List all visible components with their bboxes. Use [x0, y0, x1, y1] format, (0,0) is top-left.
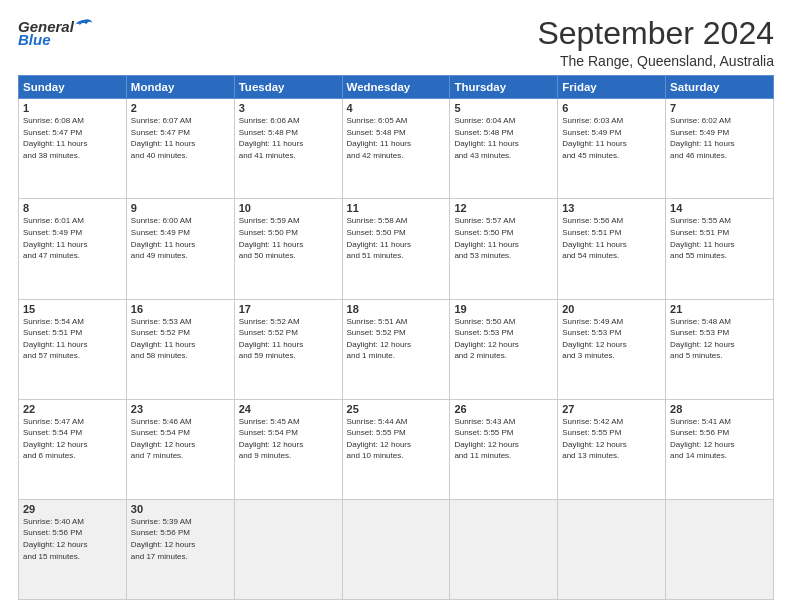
- table-row: 1Sunrise: 6:08 AM Sunset: 5:47 PM Daylig…: [19, 99, 127, 199]
- day-info: Sunrise: 6:02 AM Sunset: 5:49 PM Dayligh…: [670, 115, 769, 161]
- day-info: Sunrise: 5:46 AM Sunset: 5:54 PM Dayligh…: [131, 416, 230, 462]
- table-row: 22Sunrise: 5:47 AM Sunset: 5:54 PM Dayli…: [19, 399, 127, 499]
- day-number: 17: [239, 303, 338, 315]
- day-number: 20: [562, 303, 661, 315]
- table-row: 7Sunrise: 6:02 AM Sunset: 5:49 PM Daylig…: [666, 99, 774, 199]
- table-row: 19Sunrise: 5:50 AM Sunset: 5:53 PM Dayli…: [450, 299, 558, 399]
- table-row: 30Sunrise: 5:39 AM Sunset: 5:56 PM Dayli…: [126, 499, 234, 599]
- day-info: Sunrise: 5:42 AM Sunset: 5:55 PM Dayligh…: [562, 416, 661, 462]
- day-number: 28: [670, 403, 769, 415]
- day-info: Sunrise: 6:07 AM Sunset: 5:47 PM Dayligh…: [131, 115, 230, 161]
- day-number: 9: [131, 202, 230, 214]
- day-number: 13: [562, 202, 661, 214]
- day-info: Sunrise: 6:03 AM Sunset: 5:49 PM Dayligh…: [562, 115, 661, 161]
- calendar-week-row: 29Sunrise: 5:40 AM Sunset: 5:56 PM Dayli…: [19, 499, 774, 599]
- day-number: 22: [23, 403, 122, 415]
- day-number: 14: [670, 202, 769, 214]
- table-row: 17Sunrise: 5:52 AM Sunset: 5:52 PM Dayli…: [234, 299, 342, 399]
- header-monday: Monday: [126, 76, 234, 99]
- table-row: 12Sunrise: 5:57 AM Sunset: 5:50 PM Dayli…: [450, 199, 558, 299]
- header-saturday: Saturday: [666, 76, 774, 99]
- day-info: Sunrise: 5:48 AM Sunset: 5:53 PM Dayligh…: [670, 316, 769, 362]
- location-title: The Range, Queensland, Australia: [537, 53, 774, 69]
- day-info: Sunrise: 5:50 AM Sunset: 5:53 PM Dayligh…: [454, 316, 553, 362]
- day-number: 11: [347, 202, 446, 214]
- day-number: 16: [131, 303, 230, 315]
- day-number: 4: [347, 102, 446, 114]
- day-number: 2: [131, 102, 230, 114]
- day-number: 6: [562, 102, 661, 114]
- day-info: Sunrise: 5:43 AM Sunset: 5:55 PM Dayligh…: [454, 416, 553, 462]
- day-number: 29: [23, 503, 122, 515]
- day-info: Sunrise: 5:45 AM Sunset: 5:54 PM Dayligh…: [239, 416, 338, 462]
- table-row: [234, 499, 342, 599]
- calendar-week-row: 1Sunrise: 6:08 AM Sunset: 5:47 PM Daylig…: [19, 99, 774, 199]
- logo-bird-icon: [75, 18, 93, 32]
- table-row: [666, 499, 774, 599]
- day-info: Sunrise: 5:58 AM Sunset: 5:50 PM Dayligh…: [347, 215, 446, 261]
- table-row: 26Sunrise: 5:43 AM Sunset: 5:55 PM Dayli…: [450, 399, 558, 499]
- calendar-week-row: 8Sunrise: 6:01 AM Sunset: 5:49 PM Daylig…: [19, 199, 774, 299]
- table-row: 18Sunrise: 5:51 AM Sunset: 5:52 PM Dayli…: [342, 299, 450, 399]
- table-row: [450, 499, 558, 599]
- table-row: 3Sunrise: 6:06 AM Sunset: 5:48 PM Daylig…: [234, 99, 342, 199]
- table-row: 23Sunrise: 5:46 AM Sunset: 5:54 PM Dayli…: [126, 399, 234, 499]
- calendar-body: 1Sunrise: 6:08 AM Sunset: 5:47 PM Daylig…: [19, 99, 774, 600]
- table-row: 11Sunrise: 5:58 AM Sunset: 5:50 PM Dayli…: [342, 199, 450, 299]
- calendar-table: Sunday Monday Tuesday Wednesday Thursday…: [18, 75, 774, 600]
- header: General Blue September 2024 The Range, Q…: [18, 16, 774, 69]
- day-info: Sunrise: 5:41 AM Sunset: 5:56 PM Dayligh…: [670, 416, 769, 462]
- day-number: 27: [562, 403, 661, 415]
- day-number: 10: [239, 202, 338, 214]
- table-row: 16Sunrise: 5:53 AM Sunset: 5:52 PM Dayli…: [126, 299, 234, 399]
- day-number: 18: [347, 303, 446, 315]
- day-number: 23: [131, 403, 230, 415]
- day-number: 8: [23, 202, 122, 214]
- day-number: 24: [239, 403, 338, 415]
- day-info: Sunrise: 5:47 AM Sunset: 5:54 PM Dayligh…: [23, 416, 122, 462]
- day-info: Sunrise: 6:00 AM Sunset: 5:49 PM Dayligh…: [131, 215, 230, 261]
- day-number: 3: [239, 102, 338, 114]
- calendar-week-row: 15Sunrise: 5:54 AM Sunset: 5:51 PM Dayli…: [19, 299, 774, 399]
- table-row: [558, 499, 666, 599]
- day-number: 30: [131, 503, 230, 515]
- day-number: 25: [347, 403, 446, 415]
- table-row: 8Sunrise: 6:01 AM Sunset: 5:49 PM Daylig…: [19, 199, 127, 299]
- header-thursday: Thursday: [450, 76, 558, 99]
- header-wednesday: Wednesday: [342, 76, 450, 99]
- table-row: 15Sunrise: 5:54 AM Sunset: 5:51 PM Dayli…: [19, 299, 127, 399]
- header-friday: Friday: [558, 76, 666, 99]
- table-row: 24Sunrise: 5:45 AM Sunset: 5:54 PM Dayli…: [234, 399, 342, 499]
- table-row: 2Sunrise: 6:07 AM Sunset: 5:47 PM Daylig…: [126, 99, 234, 199]
- title-area: September 2024 The Range, Queensland, Au…: [537, 16, 774, 69]
- day-info: Sunrise: 5:49 AM Sunset: 5:53 PM Dayligh…: [562, 316, 661, 362]
- table-row: 28Sunrise: 5:41 AM Sunset: 5:56 PM Dayli…: [666, 399, 774, 499]
- table-row: 6Sunrise: 6:03 AM Sunset: 5:49 PM Daylig…: [558, 99, 666, 199]
- table-row: 20Sunrise: 5:49 AM Sunset: 5:53 PM Dayli…: [558, 299, 666, 399]
- day-info: Sunrise: 5:39 AM Sunset: 5:56 PM Dayligh…: [131, 516, 230, 562]
- day-number: 15: [23, 303, 122, 315]
- table-row: 4Sunrise: 6:05 AM Sunset: 5:48 PM Daylig…: [342, 99, 450, 199]
- table-row: 13Sunrise: 5:56 AM Sunset: 5:51 PM Dayli…: [558, 199, 666, 299]
- day-info: Sunrise: 5:57 AM Sunset: 5:50 PM Dayligh…: [454, 215, 553, 261]
- table-row: [342, 499, 450, 599]
- day-number: 5: [454, 102, 553, 114]
- day-info: Sunrise: 5:51 AM Sunset: 5:52 PM Dayligh…: [347, 316, 446, 362]
- day-number: 19: [454, 303, 553, 315]
- table-row: 9Sunrise: 6:00 AM Sunset: 5:49 PM Daylig…: [126, 199, 234, 299]
- table-row: 25Sunrise: 5:44 AM Sunset: 5:55 PM Dayli…: [342, 399, 450, 499]
- header-tuesday: Tuesday: [234, 76, 342, 99]
- day-number: 12: [454, 202, 553, 214]
- day-info: Sunrise: 6:08 AM Sunset: 5:47 PM Dayligh…: [23, 115, 122, 161]
- day-info: Sunrise: 6:06 AM Sunset: 5:48 PM Dayligh…: [239, 115, 338, 161]
- calendar-week-row: 22Sunrise: 5:47 AM Sunset: 5:54 PM Dayli…: [19, 399, 774, 499]
- day-info: Sunrise: 5:40 AM Sunset: 5:56 PM Dayligh…: [23, 516, 122, 562]
- table-row: 21Sunrise: 5:48 AM Sunset: 5:53 PM Dayli…: [666, 299, 774, 399]
- month-title: September 2024: [537, 16, 774, 51]
- day-info: Sunrise: 6:01 AM Sunset: 5:49 PM Dayligh…: [23, 215, 122, 261]
- day-info: Sunrise: 5:44 AM Sunset: 5:55 PM Dayligh…: [347, 416, 446, 462]
- day-info: Sunrise: 5:54 AM Sunset: 5:51 PM Dayligh…: [23, 316, 122, 362]
- day-info: Sunrise: 6:04 AM Sunset: 5:48 PM Dayligh…: [454, 115, 553, 161]
- page: General Blue September 2024 The Range, Q…: [0, 0, 792, 612]
- day-number: 1: [23, 102, 122, 114]
